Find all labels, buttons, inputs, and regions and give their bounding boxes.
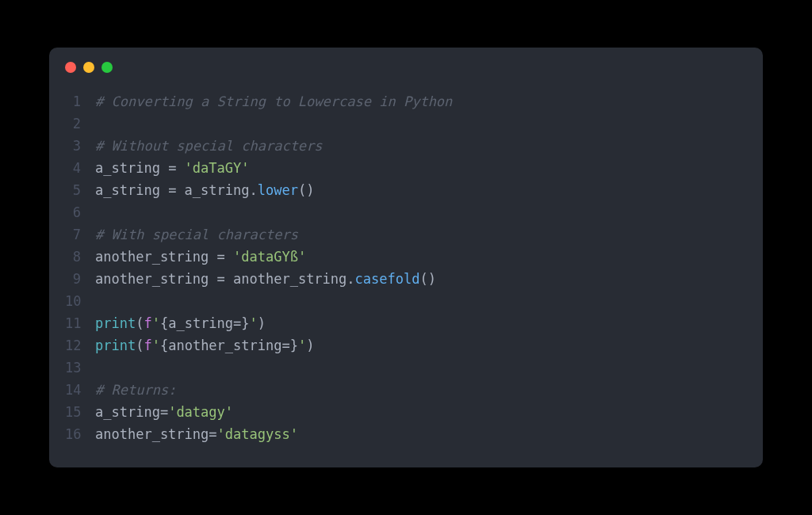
- minimize-icon[interactable]: [83, 62, 94, 73]
- code-content: # Returns:: [95, 379, 176, 401]
- code-content: another_string='datagyss': [95, 423, 298, 445]
- line-number: 8: [65, 246, 95, 268]
- line-number: 4: [65, 157, 95, 179]
- code-line: 6: [65, 201, 747, 223]
- line-number: 6: [65, 201, 95, 223]
- code-line: 8another_string = 'dataGYß': [65, 246, 747, 268]
- line-number: 13: [65, 357, 95, 379]
- code-line: 10: [65, 290, 747, 312]
- code-line: 7# With special characters: [65, 223, 747, 246]
- code-line: 15a_string='datagy': [65, 401, 747, 423]
- code-area: 1# Converting a String to Lowercase in P…: [49, 82, 763, 467]
- line-number: 2: [65, 113, 95, 135]
- line-number: 15: [65, 401, 95, 423]
- code-line: 14# Returns:: [65, 379, 747, 401]
- code-line: 1# Converting a String to Lowercase in P…: [65, 90, 747, 113]
- code-line: 3# Without special characters: [65, 135, 747, 157]
- line-number: 7: [65, 223, 95, 246]
- line-number: 12: [65, 334, 95, 357]
- code-content: # Converting a String to Lowercase in Py…: [95, 90, 452, 113]
- code-line: 9another_string = another_string.casefol…: [65, 268, 747, 290]
- line-number: 9: [65, 268, 95, 290]
- code-line: 5a_string = a_string.lower(): [65, 179, 747, 201]
- code-content: a_string = 'daTaGY': [95, 157, 250, 179]
- code-content: another_string = another_string.casefold…: [95, 268, 436, 290]
- code-content: print(f'{another_string=}'): [95, 334, 314, 357]
- close-icon[interactable]: [65, 62, 76, 73]
- code-line: 13: [65, 357, 747, 379]
- line-number: 11: [65, 312, 95, 334]
- code-content: another_string = 'dataGYß': [95, 246, 306, 268]
- code-content: # Without special characters: [95, 135, 323, 157]
- line-number: 14: [65, 379, 95, 401]
- line-number: 1: [65, 90, 95, 113]
- line-number: 10: [65, 290, 95, 312]
- code-line: 11print(f'{a_string=}'): [65, 312, 747, 334]
- code-line: 12print(f'{another_string=}'): [65, 334, 747, 357]
- maximize-icon[interactable]: [102, 62, 113, 73]
- code-line: 4a_string = 'daTaGY': [65, 157, 747, 179]
- code-content: a_string = a_string.lower(): [95, 179, 314, 201]
- line-number: 3: [65, 135, 95, 157]
- window-titlebar: [49, 48, 763, 82]
- code-content: print(f'{a_string=}'): [95, 312, 266, 334]
- code-content: a_string='datagy': [95, 401, 233, 423]
- code-content: # With special characters: [95, 223, 298, 246]
- line-number: 5: [65, 179, 95, 201]
- code-window: 1# Converting a String to Lowercase in P…: [49, 48, 763, 467]
- code-line: 2: [65, 113, 747, 135]
- line-number: 16: [65, 423, 95, 445]
- code-line: 16another_string='datagyss': [65, 423, 747, 445]
